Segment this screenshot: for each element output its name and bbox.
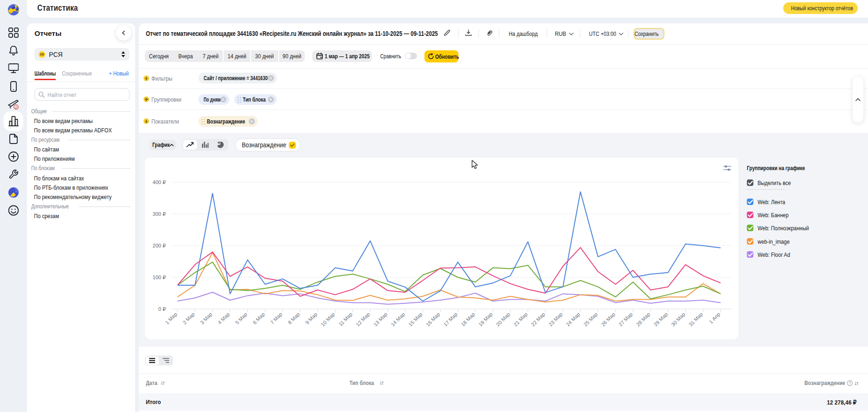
svg-text:16 Мар: 16 Мар — [425, 311, 441, 328]
svg-text:11 Мар: 11 Мар — [337, 311, 353, 327]
svg-text:2 Мар: 2 Мар — [182, 311, 196, 325]
svg-text:27 Мар: 27 Мар — [617, 311, 634, 328]
svg-text:9 Мар: 9 Мар — [304, 311, 318, 325]
svg-text:19 Мар: 19 Мар — [478, 311, 494, 328]
svg-text:400 ₽: 400 ₽ — [153, 179, 166, 185]
svg-text:30 Мар: 30 Мар — [670, 311, 686, 328]
svg-text:15 Мар: 15 Мар — [407, 311, 424, 328]
svg-text:0 ₽: 0 ₽ — [158, 306, 166, 312]
svg-text:β: β — [15, 105, 17, 110]
svg-text:300 ₽: 300 ₽ — [153, 211, 166, 217]
svg-text:7 Мар: 7 Мар — [269, 311, 283, 325]
svg-text:26 Мар: 26 Мар — [600, 311, 616, 328]
svg-text:100 ₽: 100 ₽ — [153, 275, 166, 280]
svg-text:1 Апр: 1 Апр — [708, 311, 721, 325]
svg-text:25 Мар: 25 Мар — [582, 311, 599, 328]
svg-text:24 Мар: 24 Мар — [565, 311, 581, 328]
svg-text:10 Мар: 10 Мар — [320, 311, 336, 328]
svg-text:22 Мар: 22 Мар — [530, 311, 546, 328]
svg-text:21 Мар: 21 Мар — [513, 311, 529, 328]
svg-text:4 Мар: 4 Мар — [217, 311, 231, 325]
svg-text:3 Мар: 3 Мар — [199, 311, 213, 325]
svg-text:29 Мар: 29 Мар — [653, 311, 669, 328]
svg-text:18 Мар: 18 Мар — [460, 311, 476, 328]
svg-text:20 Мар: 20 Мар — [495, 311, 511, 328]
svg-text:12 Мар: 12 Мар — [355, 311, 371, 328]
svg-text:6 Мар: 6 Мар — [252, 311, 266, 325]
svg-text:14 Мар: 14 Мар — [390, 311, 406, 328]
svg-text:17 Мар: 17 Мар — [442, 311, 458, 328]
svg-text:8 Мар: 8 Мар — [287, 311, 301, 325]
svg-text:23 Мар: 23 Мар — [547, 311, 564, 328]
svg-text:1 Мар: 1 Мар — [164, 311, 178, 325]
svg-text:31 Мар: 31 Мар — [688, 311, 704, 328]
svg-text:28 Мар: 28 Мар — [635, 311, 651, 328]
svg-text:200 ₽: 200 ₽ — [153, 243, 166, 248]
svg-text:5 Мар: 5 Мар — [234, 311, 248, 325]
svg-text:13 Мар: 13 Мар — [372, 311, 389, 328]
